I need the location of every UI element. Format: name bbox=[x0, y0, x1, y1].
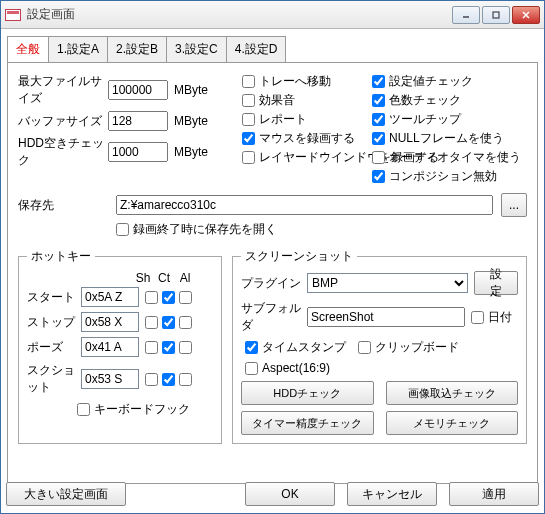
clipboard-checkbox[interactable]: クリップボード bbox=[358, 339, 459, 356]
chk-right-3[interactable]: NULLフレームを使う bbox=[372, 130, 521, 147]
chk-left-4[interactable]: レイヤードウインドウを録画する bbox=[242, 149, 366, 166]
apply-button[interactable]: 適用 bbox=[449, 482, 539, 506]
save-dest-input[interactable] bbox=[116, 195, 493, 215]
screenshot-group: スクリーンショット プラグイン BMP 設定 サブフォルダ 日付 タイムスタンプ… bbox=[232, 248, 527, 444]
hotkey-ct-checkbox[interactable] bbox=[162, 291, 175, 304]
browse-button[interactable]: ... bbox=[501, 193, 527, 217]
app-icon bbox=[5, 9, 21, 21]
hotkey-sh-checkbox[interactable] bbox=[145, 341, 158, 354]
hotkey-header-sh: Sh bbox=[135, 271, 151, 285]
plugin-settings-button[interactable]: 設定 bbox=[474, 271, 518, 295]
hotkey-input[interactable] bbox=[81, 337, 139, 357]
open-after-save-checkbox[interactable]: 録画終了時に保存先を開く bbox=[116, 221, 277, 238]
hotkey-ct-checkbox[interactable] bbox=[162, 373, 175, 386]
window-title: 設定画面 bbox=[27, 6, 452, 23]
date-checkbox[interactable]: 日付 bbox=[471, 309, 512, 326]
chk-left-0[interactable]: トレーへ移動 bbox=[242, 73, 366, 90]
hotkey-label: スクショット bbox=[27, 362, 77, 396]
hdd-check-button[interactable]: HDDチェック bbox=[241, 381, 374, 405]
hotkey-ct-checkbox[interactable] bbox=[162, 316, 175, 329]
chk-left-1[interactable]: 効果音 bbox=[242, 92, 366, 109]
aspect-checkbox[interactable]: Aspect(16:9) bbox=[245, 361, 330, 375]
buffer-size-label: バッファサイズ bbox=[18, 113, 108, 130]
timer-precision-check-button[interactable]: タイマー精度チェック bbox=[241, 411, 374, 435]
timestamp-checkbox[interactable]: タイムスタンプ bbox=[245, 339, 346, 356]
chk-right-1[interactable]: 色数チェック bbox=[372, 92, 521, 109]
max-file-size-input[interactable] bbox=[108, 80, 168, 100]
close-button[interactable] bbox=[512, 6, 540, 24]
tab-strip: 全般 1.設定A 2.設定B 3.設定C 4.設定D bbox=[7, 35, 538, 62]
hotkey-sh-checkbox[interactable] bbox=[145, 291, 158, 304]
hdd-free-input[interactable] bbox=[108, 142, 168, 162]
hotkey-al-checkbox[interactable] bbox=[179, 316, 192, 329]
tab-c[interactable]: 3.設定C bbox=[166, 36, 227, 63]
tab-b[interactable]: 2.設定B bbox=[107, 36, 167, 63]
hotkey-input[interactable] bbox=[81, 287, 139, 307]
buffer-size-input[interactable] bbox=[108, 111, 168, 131]
chk-right-5[interactable]: コンポジション無効 bbox=[372, 168, 521, 185]
large-settings-button[interactable]: 大きい設定画面 bbox=[6, 482, 126, 506]
plugin-label: プラグイン bbox=[241, 275, 301, 292]
keyboard-hook-checkbox[interactable]: キーボードフック bbox=[77, 401, 190, 418]
tab-d[interactable]: 4.設定D bbox=[226, 36, 287, 63]
hotkey-ct-checkbox[interactable] bbox=[162, 341, 175, 354]
unit-mbyte: MByte bbox=[174, 145, 214, 159]
hotkey-input[interactable] bbox=[81, 369, 139, 389]
hotkey-label: スタート bbox=[27, 289, 77, 306]
svg-rect-1 bbox=[493, 12, 499, 18]
save-dest-label: 保存先 bbox=[18, 197, 108, 214]
hotkey-header-al: Al bbox=[177, 271, 193, 285]
title-bar: 設定画面 bbox=[1, 1, 544, 29]
hotkey-input[interactable] bbox=[81, 312, 139, 332]
hotkey-sh-checkbox[interactable] bbox=[145, 316, 158, 329]
tab-general[interactable]: 全般 bbox=[7, 36, 49, 63]
chk-left-2[interactable]: レポート bbox=[242, 111, 366, 128]
hotkey-al-checkbox[interactable] bbox=[179, 373, 192, 386]
hotkey-sh-checkbox[interactable] bbox=[145, 373, 158, 386]
plugin-select[interactable]: BMP bbox=[307, 273, 468, 293]
hotkey-header-ct: Ct bbox=[156, 271, 172, 285]
tab-panel: 最大ファイルサイズ MByte バッファサイズ MByte HDD空きチェック … bbox=[7, 62, 538, 484]
hotkey-al-checkbox[interactable] bbox=[179, 341, 192, 354]
hotkey-row-0: スタート bbox=[27, 287, 213, 307]
hotkey-group: ホットキー Sh Ct Al スタートストップポーズスクショット キーボードフッ… bbox=[18, 248, 222, 444]
hotkey-label: ポーズ bbox=[27, 339, 77, 356]
chk-right-4[interactable]: オーディオタイマを使う bbox=[372, 149, 521, 166]
ok-button[interactable]: OK bbox=[245, 482, 335, 506]
hotkey-al-checkbox[interactable] bbox=[179, 291, 192, 304]
minimize-button[interactable] bbox=[452, 6, 480, 24]
max-file-size-label: 最大ファイルサイズ bbox=[18, 73, 108, 107]
screenshot-legend: スクリーンショット bbox=[241, 248, 357, 265]
subfolder-input[interactable] bbox=[307, 307, 465, 327]
tab-a[interactable]: 1.設定A bbox=[48, 36, 108, 63]
hotkey-label: ストップ bbox=[27, 314, 77, 331]
chk-right-0[interactable]: 設定値チェック bbox=[372, 73, 521, 90]
chk-left-3[interactable]: マウスを録画する bbox=[242, 130, 366, 147]
hotkey-legend: ホットキー bbox=[27, 248, 95, 265]
chk-right-2[interactable]: ツールチップ bbox=[372, 111, 521, 128]
maximize-button[interactable] bbox=[482, 6, 510, 24]
hdd-free-label: HDD空きチェック bbox=[18, 135, 108, 169]
image-capture-check-button[interactable]: 画像取込チェック bbox=[386, 381, 519, 405]
memory-check-button[interactable]: メモリチェック bbox=[386, 411, 519, 435]
hotkey-row-2: ポーズ bbox=[27, 337, 213, 357]
cancel-button[interactable]: キャンセル bbox=[347, 482, 437, 506]
hotkey-row-1: ストップ bbox=[27, 312, 213, 332]
subfolder-label: サブフォルダ bbox=[241, 300, 301, 334]
unit-mbyte: MByte bbox=[174, 114, 214, 128]
unit-mbyte: MByte bbox=[174, 83, 214, 97]
hotkey-row-3: スクショット bbox=[27, 362, 213, 396]
